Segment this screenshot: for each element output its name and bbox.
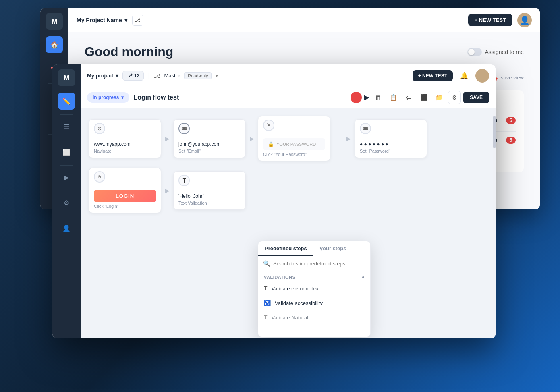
section-collapse-icon[interactable]: ∧ bbox=[361, 274, 365, 280]
toolbar-actions: ▶ 🗑 📋 🏷 ⬛ 📁 ⚙ SAVE bbox=[351, 91, 489, 104]
save-view-button[interactable]: 🔖 save view bbox=[492, 75, 524, 81]
front-nav-square[interactable]: ⬜ bbox=[58, 143, 75, 160]
editor-settings-button[interactable]: ⚙ bbox=[448, 91, 461, 104]
back-divider-1 bbox=[48, 58, 60, 58]
password-placeholder: YOUR PASSWORD bbox=[276, 142, 316, 147]
step-email[interactable]: ⌨ john@yourapp.com Set "Email" bbox=[173, 119, 246, 158]
front-project-name: My project bbox=[87, 73, 113, 79]
page-title: Good morning bbox=[85, 44, 173, 59]
dropdown-search-input[interactable] bbox=[273, 261, 365, 267]
step-navigate-header: ⊙ bbox=[89, 120, 161, 137]
step-text-validation-label: Text Validation bbox=[178, 201, 241, 205]
front-branch-icon: ⎇ bbox=[154, 73, 160, 79]
front-logo[interactable]: M bbox=[58, 69, 75, 86]
step-text-validation[interactable]: T 'Hello, John' Text Validation bbox=[173, 171, 246, 210]
editor-toolbar: In progress ▾ Login flow test ▶ 🗑 📋 🏷 ⬛ … bbox=[81, 87, 496, 108]
step-arrow-3: ▶ bbox=[342, 135, 355, 142]
test-editor-window: M ✏️ ☰ ⬜ ▶ ⚙ 👤 My project ▾ ⎇ 12 | ⎇ Mas… bbox=[52, 64, 496, 338]
back-project-selector[interactable]: My Project Name ▾ bbox=[77, 17, 127, 23]
front-divider-3 bbox=[60, 165, 73, 166]
readonly-badge: Read-only bbox=[184, 72, 212, 79]
validate-accessibility-icon: ♿ bbox=[264, 300, 271, 306]
validate-natural-item[interactable]: T Validate Natural... bbox=[258, 310, 370, 325]
validate-element-text-item[interactable]: T Validate element text bbox=[258, 281, 370, 296]
step-text-validation-content: 'Hello, John' Text Validation bbox=[174, 189, 245, 209]
front-divider-5 bbox=[60, 216, 73, 216]
tag-button[interactable]: 🏷 bbox=[402, 91, 415, 104]
back-logo[interactable]: M bbox=[46, 13, 63, 30]
back-branch-icon[interactable]: ⎇ bbox=[132, 15, 143, 26]
scroll-thumb[interactable] bbox=[493, 116, 496, 148]
back-new-test-button[interactable]: + NEW TEST bbox=[468, 14, 512, 26]
step-text-validation-header: T bbox=[174, 172, 245, 189]
front-new-test-button[interactable]: + NEW TEST bbox=[413, 70, 453, 81]
front-main-content: My project ▾ ⎇ 12 | ⎇ Master Read-only ▾… bbox=[81, 64, 496, 338]
step-password-click-label: Click "Your Password" bbox=[263, 152, 325, 157]
step-login-click[interactable]: 🖱 LOGIN Click "Login" bbox=[89, 168, 161, 213]
front-nav-play[interactable]: ▶ bbox=[58, 169, 75, 186]
record-button[interactable] bbox=[351, 92, 362, 103]
front-branch-name: Master bbox=[164, 73, 180, 79]
step-arrow-2: ▶ bbox=[246, 135, 258, 142]
assigned-to-toggle: Assigned to me bbox=[467, 48, 524, 56]
failed-item-1-badge: 5 bbox=[506, 117, 516, 124]
validate-natural-icon: T bbox=[264, 314, 268, 321]
front-commit-badge: ⎇ 12 bbox=[122, 71, 144, 81]
back-project-chevron: ▾ bbox=[124, 17, 127, 23]
step-password-dots: ● ● ● ● ● ● ● bbox=[360, 141, 422, 147]
test-name-label: Login flow test bbox=[133, 94, 179, 101]
tab-predefined[interactable]: Predefined steps bbox=[258, 241, 313, 256]
step-arrow-1: ▶ bbox=[161, 135, 173, 142]
password-field-preview: 🔒 YOUR PASSWORD bbox=[263, 138, 325, 150]
step-password-click-content: 🔒 YOUR PASSWORD Click "Your Password" bbox=[258, 134, 330, 161]
front-nav-list[interactable]: ☰ bbox=[58, 118, 75, 135]
step-text-validation-value: 'Hello, John' bbox=[178, 193, 241, 199]
step-password-click[interactable]: 🖱 🔒 YOUR PASSWORD Click "Your Password" … bbox=[258, 116, 330, 161]
export-button[interactable]: 📁 bbox=[433, 91, 446, 104]
front-project-selector[interactable]: My project ▾ bbox=[87, 73, 118, 79]
step-email-icon: ⌨ bbox=[178, 123, 190, 134]
step-navigate[interactable]: ⊙ www.myapp.com Navigate bbox=[89, 119, 161, 158]
dropdown-search-container: 🔍 bbox=[258, 256, 370, 271]
front-user-avatar[interactable] bbox=[475, 69, 489, 83]
play-button[interactable]: ▶ bbox=[364, 93, 369, 101]
save-button[interactable]: SAVE bbox=[463, 92, 489, 103]
dropdown-fade bbox=[258, 325, 370, 337]
front-sidebar: M ✏️ ☰ ⬜ ▶ ⚙ 👤 bbox=[52, 64, 81, 338]
delete-button[interactable]: 🗑 bbox=[371, 91, 384, 104]
validate-accessibility-item[interactable]: ♿ Validate accessibility bbox=[258, 296, 370, 310]
step-email-content: john@yourapp.com Set "Email" bbox=[174, 137, 245, 158]
front-branch-separator: | bbox=[148, 72, 149, 79]
login-button-preview: LOGIN bbox=[94, 190, 156, 202]
front-nav-settings[interactable]: ⚙ bbox=[58, 194, 75, 211]
copy-button[interactable]: 📋 bbox=[387, 91, 400, 104]
validate-element-text-label: Validate element text bbox=[272, 286, 320, 292]
failed-item-2-badge: 5 bbox=[506, 137, 516, 144]
back-user-avatar[interactable]: 👤 bbox=[517, 13, 532, 27]
share-button[interactable]: ⬛ bbox=[417, 91, 430, 104]
step-password-set-icon: ⌨ bbox=[360, 123, 371, 134]
front-project-chevron: ▾ bbox=[116, 73, 118, 79]
validate-natural-label: Validate Natural... bbox=[272, 315, 313, 321]
steps-row-1: ⊙ www.myapp.com Navigate ▶ ⌨ john@yourap… bbox=[89, 116, 487, 161]
back-nav-home[interactable]: 🏠 bbox=[46, 36, 63, 53]
front-nav-user[interactable]: 👤 bbox=[58, 220, 75, 236]
step-password-set[interactable]: ⌨ ● ● ● ● ● ● ● Set "Password" bbox=[355, 119, 427, 158]
front-commit-icon: ⎇ bbox=[127, 73, 133, 79]
step-email-label: Set "Email" bbox=[178, 149, 241, 153]
validations-section-title: VALIDATIONS ∧ bbox=[258, 271, 370, 281]
status-dropdown[interactable]: In progress ▾ bbox=[87, 92, 129, 103]
validate-text-icon: T bbox=[264, 285, 268, 292]
front-branch-dropdown[interactable]: ▾ bbox=[216, 73, 218, 79]
status-label: In progress bbox=[93, 95, 119, 100]
step-password-click-icon: 🖱 bbox=[263, 120, 274, 131]
tab-yours[interactable]: your steps bbox=[313, 241, 353, 256]
back-content-header: Good morning Assigned to me bbox=[85, 44, 524, 59]
front-nav-edit[interactable]: ✏️ bbox=[58, 93, 75, 110]
front-commit-count: 12 bbox=[134, 73, 139, 79]
front-notifications-button[interactable]: 🔔 bbox=[457, 68, 471, 83]
step-email-header: ⌨ bbox=[174, 120, 245, 137]
assigned-toggle-switch[interactable] bbox=[467, 48, 482, 56]
step-password-click-header: 🖱 bbox=[258, 116, 330, 134]
dropdown-search-icon: 🔍 bbox=[263, 260, 270, 267]
